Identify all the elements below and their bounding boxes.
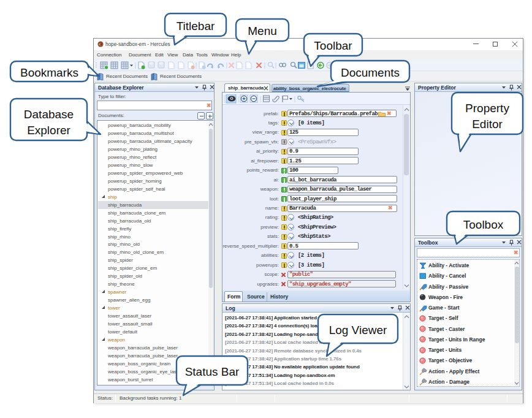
svg-text:Explorer: Explorer: [27, 124, 70, 137]
svg-text:Database: Database: [24, 108, 74, 121]
svg-text:Bookmarks: Bookmarks: [20, 66, 78, 79]
svg-text:Menu: Menu: [248, 25, 277, 37]
svg-text:Titlebar: Titlebar: [177, 20, 215, 32]
